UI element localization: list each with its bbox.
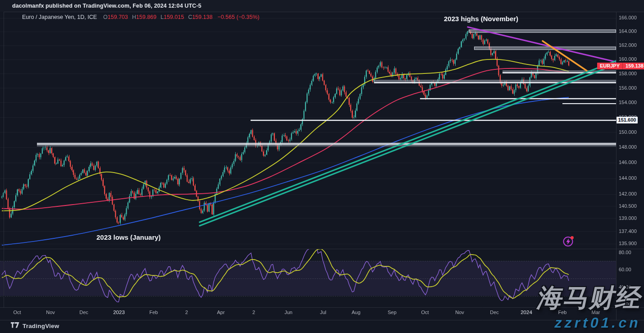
price-tick: 158.000 — [619, 71, 637, 76]
time-tick: 2 — [252, 310, 255, 315]
time-tick: Jun — [284, 310, 292, 315]
time-tick: Dec — [490, 310, 499, 315]
badge-price-value: 159.138 — [623, 63, 644, 69]
time-tick: Nov — [455, 310, 464, 315]
watermark-domain: zzrt01.cn — [521, 315, 642, 331]
tradingview-logo-icon — [11, 322, 19, 330]
annotation-2023-lows[interactable]: 2023 lows (January) — [96, 233, 161, 241]
lightning-bolt-icon[interactable] — [562, 235, 575, 247]
time-tick: Oct — [421, 310, 429, 315]
price-tick: 146.000 — [619, 160, 637, 165]
ohlc-close: C159.138 — [188, 14, 212, 20]
time-tick: Sep — [388, 310, 397, 315]
price-tick: 154.000 — [619, 100, 637, 105]
price-tick: 148.000 — [619, 144, 637, 150]
price-tick: 164.000 — [619, 28, 637, 34]
rsi-tick: 80.00 — [619, 250, 631, 255]
price-tick: 150.000 — [619, 129, 637, 135]
time-tick: Dec — [79, 310, 88, 315]
publish-info: dacolmanfx published on TradingView.com,… — [12, 3, 201, 9]
price-tick: 135.900 — [619, 241, 637, 246]
footer-brand[interactable]: TradingView — [11, 322, 59, 330]
price-tick: 166.000 — [619, 15, 637, 20]
rsi-tick: 60.00 — [619, 267, 631, 272]
time-tick: Jul — [320, 310, 326, 315]
change-value: −0.565 (−0.35%) — [218, 14, 260, 20]
level-price-badge: 151.600 — [617, 117, 638, 123]
price-tick: 160.000 — [619, 56, 637, 62]
tradingview-brand-label: TradingView — [23, 323, 59, 329]
time-tick: 2023 — [113, 310, 125, 315]
watermark-cjk: 海马财经 — [516, 285, 644, 310]
annotation-2023-highs[interactable]: 2023 highs (November) — [444, 15, 518, 23]
time-tick: Oct — [13, 310, 21, 315]
time-tick: Feb — [150, 310, 158, 315]
price-tick: 144.000 — [619, 175, 637, 181]
last-price-badge: EURJPY 159.138 — [597, 63, 644, 69]
price-tick: 139.000 — [619, 215, 637, 221]
symbol-title: Euro / Japanese Yen, 1D, ICE — [22, 14, 97, 20]
ohlc-low: L159.015 — [160, 14, 184, 20]
time-tick: Nov — [46, 310, 55, 315]
price-tick: 140.500 — [619, 203, 637, 209]
price-tick: 162.000 — [619, 42, 637, 48]
ohlc-high: H159.869 — [132, 14, 156, 20]
ohlc-open: O159.703 — [103, 14, 128, 20]
price-tick: 156.000 — [619, 85, 637, 91]
price-tick: 142.000 — [619, 191, 637, 196]
price-tick: 137.400 — [619, 228, 637, 234]
time-tick: Aug — [352, 310, 361, 315]
tradingview-published-chart: { "header": { "publish_line": "dacolmanf… — [0, 0, 644, 333]
badge-symbol-label: EURJPY — [597, 63, 623, 69]
time-tick: Apr — [217, 310, 224, 315]
symbol-legend[interactable]: Euro / Japanese Yen, 1D, ICE O159.703 H1… — [22, 14, 260, 20]
time-tick: 2 — [185, 310, 188, 315]
